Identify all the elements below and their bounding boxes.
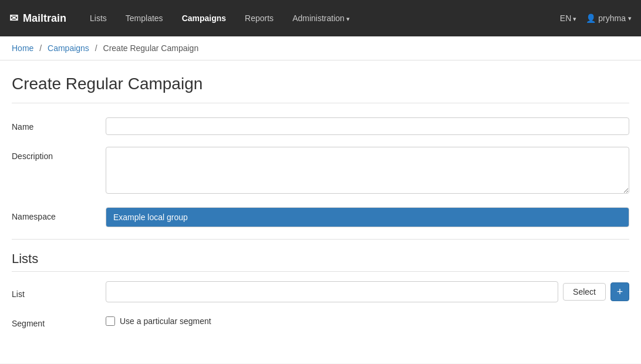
- nav-link-campaigns[interactable]: Campaigns: [175, 9, 233, 28]
- nav-item-administration: Administration: [283, 9, 359, 28]
- name-field-group: Name: [12, 117, 629, 135]
- description-field-group: Description: [12, 147, 629, 196]
- list-field-group: List Select +: [12, 281, 629, 302]
- navbar-right: EN 👤 pryhma: [560, 14, 632, 23]
- user-icon: 👤: [586, 14, 596, 23]
- namespace-select-wrapper: Example local group: [106, 207, 629, 227]
- lists-divider: [12, 239, 629, 240]
- namespace-option-example[interactable]: Example local group: [106, 208, 629, 227]
- name-label: Name: [12, 117, 106, 132]
- description-input-wrapper: [106, 147, 629, 196]
- segment-label: Segment: [12, 314, 106, 328]
- breadcrumb-home[interactable]: Home: [12, 43, 33, 53]
- namespace-field-group: Namespace Example local group: [12, 207, 629, 227]
- user-dropdown[interactable]: 👤 pryhma: [586, 14, 632, 23]
- namespace-select[interactable]: Example local group: [106, 207, 629, 227]
- nav-item-reports: Reports: [235, 9, 283, 28]
- list-label: List: [12, 285, 106, 299]
- namespace-label: Namespace: [12, 207, 106, 221]
- page-title: Create Regular Campaign: [12, 75, 629, 103]
- nav-item-campaigns: Campaigns: [173, 9, 235, 28]
- segment-checkbox-wrapper: Use a particular segment: [106, 316, 211, 326]
- nav-link-administration[interactable]: Administration: [285, 9, 357, 28]
- lists-section-title: Lists: [12, 251, 629, 272]
- name-input[interactable]: [106, 117, 629, 135]
- breadcrumb-current: Create Regular Campaign: [103, 43, 199, 53]
- nav-menu: Lists Templates Campaigns Reports Admini…: [80, 9, 560, 28]
- segment-checkbox-label[interactable]: Use a particular segment: [120, 316, 211, 326]
- nav-link-lists[interactable]: Lists: [83, 9, 114, 28]
- nav-link-reports[interactable]: Reports: [238, 9, 281, 28]
- breadcrumb-separator-1: /: [39, 43, 42, 53]
- breadcrumb-separator-2: /: [95, 43, 97, 53]
- segment-checkbox[interactable]: [106, 316, 115, 326]
- brand-name: Mailtrain: [23, 12, 66, 25]
- description-label: Description: [12, 147, 106, 161]
- envelope-icon: ✉: [9, 12, 18, 25]
- language-dropdown[interactable]: EN: [560, 14, 577, 23]
- brand-logo[interactable]: ✉ Mailtrain: [9, 12, 66, 25]
- segment-field-group: Segment Use a particular segment: [12, 314, 629, 328]
- nav-item-templates: Templates: [116, 9, 173, 28]
- name-input-wrapper: [106, 117, 629, 135]
- nav-link-templates[interactable]: Templates: [119, 9, 170, 28]
- list-input[interactable]: [106, 281, 558, 302]
- main-content: Create Regular Campaign Name Description…: [0, 60, 641, 363]
- username-label: pryhma: [598, 14, 626, 23]
- list-input-wrapper: Select: [106, 281, 606, 302]
- breadcrumb: Home / Campaigns / Create Regular Campai…: [0, 36, 641, 60]
- nav-item-lists: Lists: [80, 9, 116, 28]
- add-list-button[interactable]: +: [610, 282, 629, 301]
- select-button[interactable]: Select: [563, 283, 606, 301]
- description-input[interactable]: [106, 147, 629, 194]
- breadcrumb-campaigns[interactable]: Campaigns: [48, 43, 89, 53]
- navbar: ✉ Mailtrain Lists Templates Campaigns Re…: [0, 0, 641, 36]
